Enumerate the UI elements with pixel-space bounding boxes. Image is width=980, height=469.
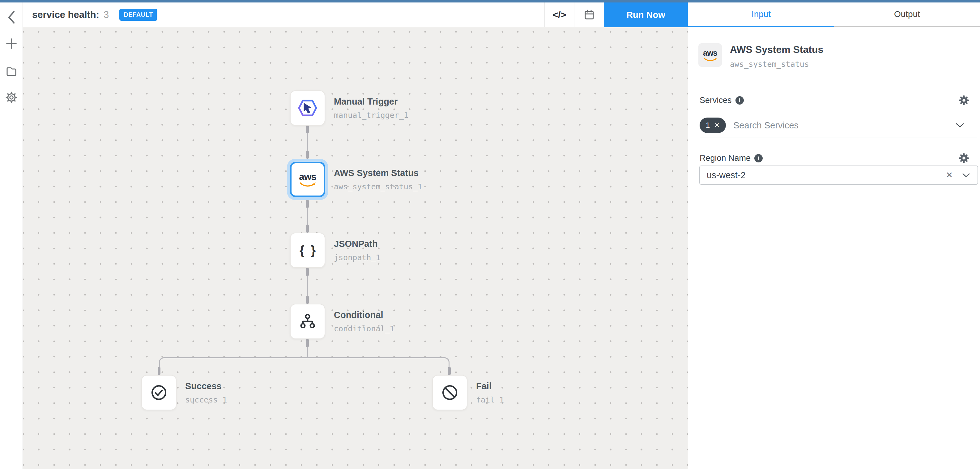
node-id: jsonpath_1 [334,253,380,262]
info-icon[interactable]: i [754,154,763,163]
chevron-down-icon [956,123,964,128]
region-settings-button[interactable] [959,153,969,163]
services-count: 1 [706,121,710,130]
plus-icon [6,38,17,49]
region-label-row: Region Name i [700,153,969,163]
branch-connector [159,357,450,375]
check-circle-icon [150,384,168,402]
node-labels: AWS System Status aws_system_status_1 [334,168,422,191]
panel-node-text: AWS System Status aws_system_status [730,43,823,69]
aws-logo-icon: aws [299,172,316,187]
folder-icon [6,66,17,77]
node-aws-system-status: aws AWS System Status aws_system_status_… [290,162,422,197]
connector-handle [158,367,161,375]
aws-logo-icon: aws [703,49,717,62]
workflow-editor: service health: 3 DEFAULT </> Run Now [0,0,980,469]
node-conditional-tile[interactable] [290,304,325,339]
node-jsonpath-tile[interactable]: { } [290,233,325,268]
calendar-icon [584,9,595,21]
header-divider [157,3,157,27]
workflow-title: service health: [32,9,99,21]
node-title: Conditional [334,310,395,320]
connector-handle [306,296,309,304]
node-jsonpath: { } JSONPath jsonpath_1 [290,233,380,268]
top-accent-bar [0,0,980,3]
node-manual-trigger: Manual Trigger manual_trigger_1 [290,90,408,126]
clear-region-icon[interactable]: ✕ [946,170,953,180]
node-success: Success success_1 [141,375,227,410]
panel-node-icon-tile: aws [698,43,722,67]
chevron-down-icon [962,172,970,178]
services-select[interactable]: 1 ✕ Search Services [700,114,977,137]
tab-output[interactable]: Output [834,3,980,27]
services-label-row: Services i [700,95,969,105]
node-labels: Manual Trigger manual_trigger_1 [334,97,408,120]
aws-logo-text: aws [299,172,316,182]
services-settings-button[interactable] [959,95,969,105]
node-conditional: Conditional conditional_1 [290,304,395,339]
panel-divider [688,79,980,79]
node-title: AWS System Status [334,168,422,178]
node-title: Fail [476,381,504,391]
region-label: Region Name [700,153,751,163]
services-placeholder: Search Services [733,120,799,131]
aws-logo-text: aws [703,49,717,57]
info-icon[interactable]: i [735,96,744,105]
node-title: JSONPath [334,239,380,249]
workflow-title-group: service health: 3 DEFAULT [32,3,158,27]
header-bar: service health: 3 DEFAULT </> Run Now [23,3,688,27]
settings-button[interactable] [0,90,23,105]
workflow-run-count: 3 [103,9,109,21]
region-input-field[interactable] [700,170,946,180]
run-now-button[interactable]: Run Now [604,3,688,27]
files-button[interactable] [0,64,23,79]
panel-node-id: aws_system_status [730,60,823,69]
node-id: fail_1 [476,396,504,404]
panel-tabs: Input Output [688,3,980,27]
node-fail-tile[interactable] [432,375,468,410]
node-aws-tile-selected[interactable]: aws [290,162,325,197]
services-label: Services [700,96,732,105]
add-step-button[interactable] [0,36,23,51]
connector-handle [306,200,309,208]
connector-handle [306,225,309,233]
braces-icon: { } [298,244,317,257]
gear-icon [959,95,969,105]
left-sidebar [0,3,23,469]
workflow-canvas[interactable]: Manual Trigger manual_trigger_1 aws AWS … [23,27,688,469]
gear-icon [6,92,18,103]
aws-smile-icon [703,57,717,62]
node-title: Manual Trigger [334,97,408,107]
chevron-left-icon [7,10,16,24]
node-labels: Fail fail_1 [476,381,504,404]
node-fail: Fail fail_1 [432,375,504,410]
node-id: manual_trigger_1 [334,111,408,120]
aws-smile-icon [299,182,316,187]
node-success-tile[interactable] [141,375,177,410]
node-labels: JSONPath jsonpath_1 [334,239,380,262]
tab-input[interactable]: Input [688,3,834,27]
panel-node-header: aws AWS System Status aws_system_status [698,43,823,69]
node-id: conditional_1 [334,324,395,333]
node-labels: Conditional conditional_1 [334,310,395,333]
inspector-panel: Input Output aws AWS System Status aws_s… [688,3,980,469]
manual-trigger-icon [298,98,318,118]
panel-node-title: AWS System Status [730,44,823,55]
remove-services-icon[interactable]: ✕ [714,121,720,129]
branch-icon [299,313,317,330]
gear-icon [959,153,969,163]
connector-handle [306,151,309,159]
region-select[interactable]: ✕ [699,166,978,185]
node-labels: Success success_1 [185,381,227,404]
connector-handle [306,125,309,133]
node-title: Success [185,381,227,391]
node-id: aws_system_status_1 [334,182,422,191]
selected-services-pill: 1 ✕ [700,118,726,133]
node-id: success_1 [185,396,227,404]
prohibit-icon [441,384,459,402]
connector-handle [306,268,309,276]
back-button[interactable] [0,8,23,27]
schedule-button[interactable] [574,3,604,27]
node-manual-trigger-tile[interactable] [290,90,325,126]
code-view-button[interactable]: </> [544,3,574,27]
